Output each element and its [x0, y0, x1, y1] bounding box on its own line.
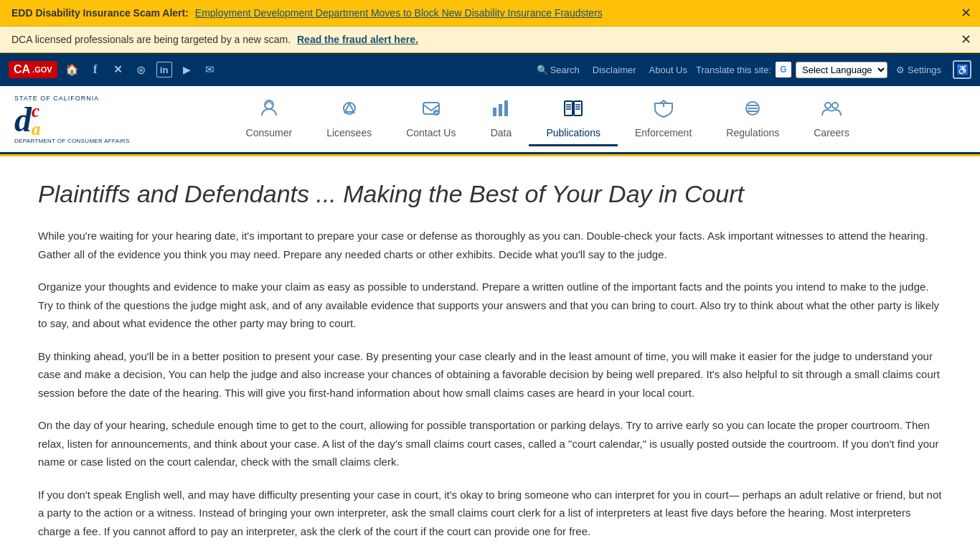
top-nav-right: 🔍 Search Disclaimer About Us Translate t… [532, 60, 971, 79]
nav-item-contact[interactable]: Contact Us [389, 92, 473, 146]
c-letter: c [32, 102, 41, 120]
contact-icon [420, 98, 442, 124]
accessibility-button[interactable]: ♿ [953, 60, 971, 79]
ca-letters: c a [32, 102, 41, 138]
google-icon: G [776, 62, 791, 77]
search-label: Search [550, 65, 580, 75]
main-header: STATE OF CALIFORNIA d c a DEPARTMENT OF … [0, 86, 980, 154]
state-text: STATE OF CALIFORNIA [14, 95, 130, 102]
nav-items-list: Consumer Licensees [229, 92, 867, 146]
paragraph-1: While you're waiting for your hearing da… [38, 227, 942, 263]
svg-rect-10 [565, 101, 573, 116]
top-nav-bar: CA .GOV 🏠 f ✕ ⊛ in ▶ ✉ 🔍 Search Disclaim… [0, 53, 980, 86]
svg-point-25 [832, 103, 838, 108]
main-navigation: Consumer Licensees [130, 92, 966, 146]
linkedin-link[interactable]: in [156, 62, 172, 77]
paragraph-4: On the day of your hearing, schedule eno… [38, 416, 942, 471]
dca-letters: d c a [14, 102, 130, 138]
careers-icon [821, 98, 842, 124]
careers-label: Careers [814, 127, 849, 138]
search-link[interactable]: 🔍 Search [532, 62, 584, 78]
edd-alert-prefix: EDD Disability Insurance Scam Alert: [11, 7, 189, 19]
nav-item-careers[interactable]: Careers [796, 92, 867, 146]
settings-button[interactable]: ⚙ Settings [892, 62, 946, 78]
nav-item-regulations[interactable]: Regulations [709, 92, 796, 146]
regulations-label: Regulations [726, 127, 779, 138]
title-italic: Plaintiffs and Defendants [38, 180, 309, 207]
consumer-icon [258, 98, 280, 124]
edd-alert-link[interactable]: Employment Development Department Moves … [195, 7, 603, 19]
publications-label: Publications [546, 127, 600, 138]
data-icon [490, 98, 512, 124]
d-letter: d [14, 103, 32, 137]
youtube-link[interactable]: ▶ [179, 62, 195, 77]
flickr-link[interactable]: ⊛ [133, 62, 149, 77]
facebook-link[interactable]: f [88, 62, 103, 77]
publications-icon [562, 98, 584, 124]
dca-alert-text: DCA licensed professionals are being tar… [11, 34, 291, 45]
home-link[interactable]: 🏠 [65, 62, 80, 77]
dca-logo[interactable]: STATE OF CALIFORNIA d c a DEPARTMENT OF … [14, 95, 130, 144]
main-content: Plaintiffs and Defendants ... Making the… [9, 156, 971, 551]
edd-alert-close[interactable]: ✕ [961, 5, 971, 21]
disclaimer-link[interactable]: Disclaimer [588, 62, 641, 78]
translate-label: Translate this site: [696, 65, 771, 75]
data-label: Data [491, 127, 512, 138]
nav-item-enforcement[interactable]: Enforcement [618, 92, 709, 146]
dca-alert-link[interactable]: Read the fraud alert here. [297, 34, 418, 45]
paragraph-3: By thinking ahead, you'll be in a better… [38, 347, 942, 402]
about-link[interactable]: About Us [645, 62, 692, 78]
nav-item-publications[interactable]: Publications [529, 92, 618, 146]
paragraph-2: Organize your thoughts and evidence to m… [38, 278, 942, 333]
dca-alert-close[interactable]: ✕ [961, 32, 971, 47]
settings-icon: ⚙ [896, 65, 905, 75]
gov-text: .GOV [32, 65, 52, 74]
ca-gov-logo[interactable]: CA .GOV [9, 61, 57, 78]
enforcement-label: Enforcement [635, 127, 692, 138]
svg-rect-8 [499, 104, 502, 116]
translate-section: Translate this site: G Select Language S… [696, 62, 887, 78]
email-link[interactable]: ✉ [202, 62, 218, 77]
settings-label: Settings [908, 65, 941, 75]
paragraph-5: If you don't speak English well, and may… [38, 486, 942, 541]
edd-alert-banner: EDD Disability Insurance Scam Alert: Emp… [0, 0, 980, 27]
dept-text: DEPARTMENT OF CONSUMER AFFAIRS [14, 138, 130, 144]
page-title: Plaintiffs and Defendants ... Making the… [38, 178, 942, 209]
svg-rect-9 [504, 100, 508, 116]
licensees-icon [339, 98, 360, 124]
language-select[interactable]: Select Language Spanish Chinese Vietname… [796, 62, 887, 78]
a-letter: a [32, 120, 41, 138]
svg-rect-7 [493, 108, 496, 116]
social-icons-group: 🏠 f ✕ ⊛ in ▶ ✉ [65, 62, 218, 77]
svg-rect-11 [574, 101, 582, 116]
svg-point-24 [825, 103, 831, 108]
consumer-label: Consumer [246, 127, 293, 138]
nav-item-data[interactable]: Data [473, 92, 529, 146]
search-icon: 🔍 [537, 65, 548, 75]
dca-alert-banner: DCA licensed professionals are being tar… [0, 27, 980, 53]
twitter-link[interactable]: ✕ [110, 62, 126, 77]
licensees-label: Licensees [326, 127, 372, 138]
nav-item-licensees[interactable]: Licensees [309, 92, 389, 146]
regulations-icon [742, 98, 763, 124]
nav-item-consumer[interactable]: Consumer [229, 92, 310, 146]
title-rest: ... Making the Best of Your Day in Court [309, 180, 744, 207]
enforcement-icon [653, 98, 674, 124]
ca-text: CA [14, 63, 30, 76]
contact-label: Contact Us [406, 127, 456, 138]
